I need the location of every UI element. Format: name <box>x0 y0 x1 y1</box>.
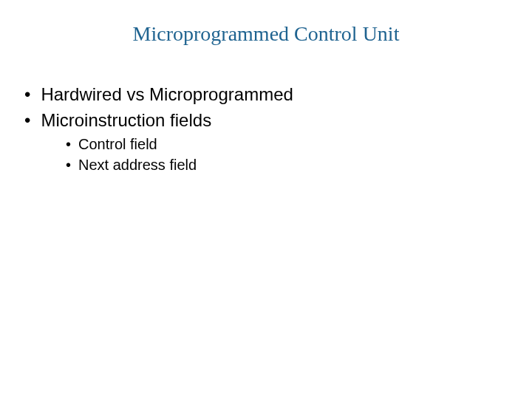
bullet-dot-icon: • <box>24 109 30 132</box>
bullet-level1: • Hardwired vs Microprogrammed <box>18 83 514 106</box>
bullet-dot-icon: • <box>24 83 30 106</box>
bullet-text: Next address field <box>78 155 197 174</box>
bullet-level2: • Next address field <box>18 155 514 174</box>
bullet-level2: • Control field <box>18 134 514 154</box>
bullet-level1: • Microinstruction fields <box>18 109 514 132</box>
bullet-text: Control field <box>78 134 157 154</box>
bullet-dot-icon: • <box>66 134 71 154</box>
bullet-text: Microinstruction fields <box>41 109 211 132</box>
bullet-dot-icon: • <box>66 155 71 174</box>
bullet-text: Hardwired vs Microprogrammed <box>41 83 293 106</box>
slide-title: Microprogrammed Control Unit <box>18 22 514 46</box>
